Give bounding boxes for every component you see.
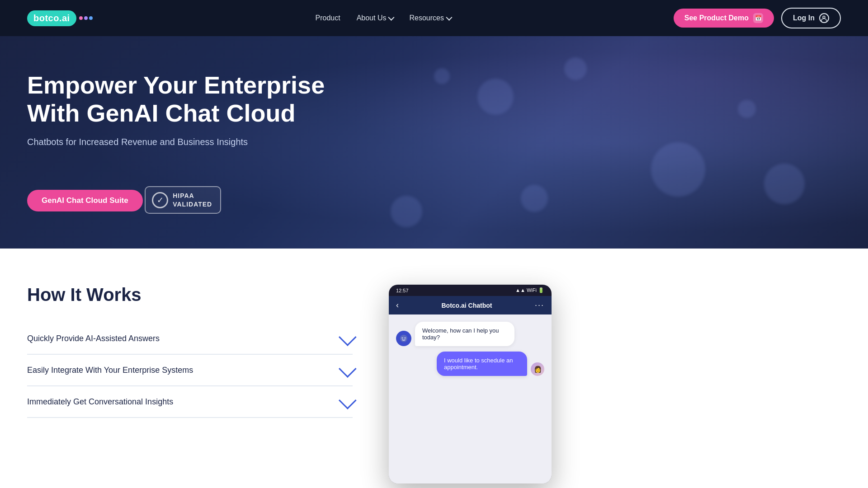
hipaa-text: HIPAA VALIDATED xyxy=(173,192,212,208)
navigation: botco.ai Product About Us Resources See … xyxy=(0,0,868,36)
user-icon xyxy=(819,13,829,23)
logo[interactable]: botco.ai xyxy=(27,10,93,26)
nav-cta: See Product Demo 📅 Log In xyxy=(674,8,841,28)
how-title: How It Works xyxy=(27,285,353,305)
bot-message-bubble: Welcome, how can I help you today? xyxy=(415,322,514,346)
chevron-down-icon xyxy=(339,328,357,346)
user-avatar: 👩 xyxy=(531,362,544,376)
login-button[interactable]: Log In xyxy=(781,8,841,28)
accordion-header-2[interactable]: Easily Integrate With Your Enterprise Sy… xyxy=(27,364,353,376)
phone-nav-title: Botco.ai Chatbot xyxy=(441,302,492,309)
phone-mockup: 12:57 ▲▲ WiFi 🔋 ‹ Botco.ai Chatbot ··· xyxy=(389,285,552,483)
calendar-icon: 📅 xyxy=(753,13,763,23)
phone-chat-area: Welcome, how can I help you today? I wou… xyxy=(389,314,552,483)
phone-time: 12:57 xyxy=(396,288,409,293)
svg-point-0 xyxy=(823,16,825,18)
accordion-item-3: Immediately Get Conversational Insights xyxy=(27,386,353,418)
accordion-header-3[interactable]: Immediately Get Conversational Insights xyxy=(27,395,353,408)
nav-product[interactable]: Product xyxy=(315,14,340,22)
hero-content: Empower Your Enterprise With GenAI Chat … xyxy=(27,71,325,214)
logo-text: botco.ai xyxy=(27,10,76,26)
hero-section: Empower Your Enterprise With GenAI Chat … xyxy=(0,36,868,249)
bot-avatar xyxy=(396,331,411,346)
hero-cta-button[interactable]: GenAI Chat Cloud Suite xyxy=(27,190,143,211)
chevron-down-icon xyxy=(339,360,357,378)
how-content: How It Works Quickly Provide AI-Assisted… xyxy=(27,285,353,418)
logo-dot-1 xyxy=(79,16,83,20)
hipaa-badge: ✓ HIPAA VALIDATED xyxy=(145,186,221,213)
phone-more-icon[interactable]: ··· xyxy=(535,300,544,310)
logo-dot-3 xyxy=(89,16,93,20)
hipaa-check-icon: ✓ xyxy=(152,192,168,208)
user-avatar-image: 👩 xyxy=(531,362,544,376)
nav-about[interactable]: About Us xyxy=(357,14,393,22)
chevron-down-icon xyxy=(446,14,452,21)
hero-title: Empower Your Enterprise With GenAI Chat … xyxy=(27,71,325,127)
user-message-bubble: I would like to schedule an appointment. xyxy=(437,352,527,376)
chat-bot-message-row: Welcome, how can I help you today? xyxy=(396,322,544,346)
nav-resources[interactable]: Resources xyxy=(409,14,450,22)
phone-signals: ▲▲ WiFi 🔋 xyxy=(515,287,544,293)
phone-panel: 12:57 ▲▲ WiFi 🔋 ‹ Botco.ai Chatbot ··· xyxy=(389,285,552,483)
accordion-label-3: Immediately Get Conversational Insights xyxy=(27,397,173,407)
phone-screen: 12:57 ▲▲ WiFi 🔋 ‹ Botco.ai Chatbot ··· xyxy=(389,285,552,483)
chevron-down-icon xyxy=(388,14,395,21)
accordion-label-1: Quickly Provide AI-Assisted Answers xyxy=(27,334,160,343)
how-section: How It Works Quickly Provide AI-Assisted… xyxy=(0,249,868,488)
phone-status-bar: 12:57 ▲▲ WiFi 🔋 xyxy=(389,285,552,296)
logo-dot-2 xyxy=(84,16,88,20)
chevron-down-icon xyxy=(339,391,357,409)
accordion-label-2: Easily Integrate With Your Enterprise Sy… xyxy=(27,366,193,375)
logo-dots xyxy=(79,16,93,20)
phone-back-icon[interactable]: ‹ xyxy=(396,300,399,310)
accordion-item-2: Easily Integrate With Your Enterprise Sy… xyxy=(27,355,353,386)
accordion-header-1[interactable]: Quickly Provide AI-Assisted Answers xyxy=(27,332,353,345)
phone-nav-bar: ‹ Botco.ai Chatbot ··· xyxy=(389,296,552,314)
demo-button[interactable]: See Product Demo 📅 xyxy=(674,9,774,28)
accordion-item-1: Quickly Provide AI-Assisted Answers xyxy=(27,323,353,355)
nav-links: Product About Us Resources xyxy=(315,14,450,22)
chat-user-message-row: I would like to schedule an appointment.… xyxy=(396,352,544,376)
svg-point-1 xyxy=(400,335,407,342)
hero-subtitle: Chatbots for Increased Revenue and Busin… xyxy=(27,137,325,147)
